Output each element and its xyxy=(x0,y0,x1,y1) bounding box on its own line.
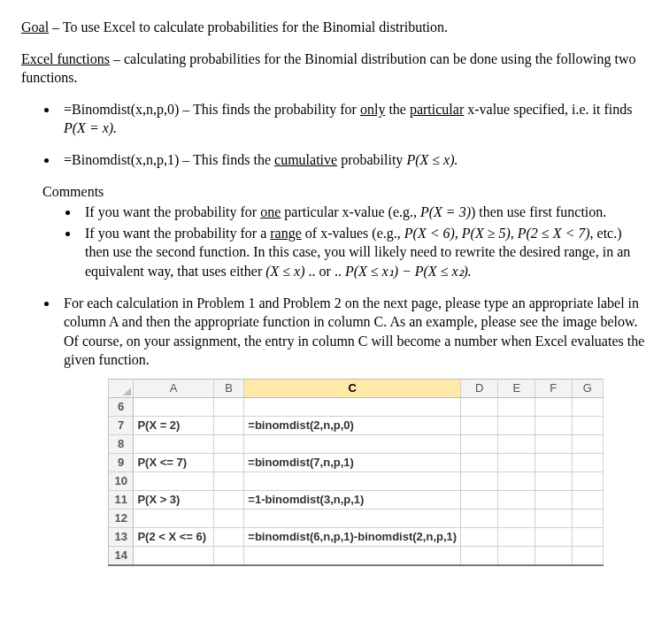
cell-C6[interactable] xyxy=(244,397,461,416)
table-row: 8 xyxy=(109,434,604,453)
column-header-row: ABCDEFG xyxy=(109,379,604,397)
cell-G9[interactable] xyxy=(572,453,604,472)
cell-G7[interactable] xyxy=(572,416,604,434)
table-row: 14 xyxy=(109,546,604,565)
cell-F6[interactable] xyxy=(535,397,572,416)
cell-G6[interactable] xyxy=(572,397,604,416)
row-header-9[interactable]: 9 xyxy=(109,453,134,472)
col-header-d[interactable]: D xyxy=(461,379,498,397)
cell-G12[interactable] xyxy=(572,509,604,527)
comment-item-range: If you want the probability for a range … xyxy=(80,224,648,281)
comments-heading: Comments xyxy=(42,182,648,202)
table-row: 7P(X = 2)=binomdist(2,n,p,0) xyxy=(109,416,604,434)
cell-B12[interactable] xyxy=(213,509,244,527)
cell-D6[interactable] xyxy=(461,397,498,416)
cell-C11[interactable]: =1-binomdist(3,n,p,1) xyxy=(244,490,461,509)
cell-B9[interactable] xyxy=(213,453,244,472)
row-header-11[interactable]: 11 xyxy=(109,490,134,509)
functions-text: – calculating probabilities for the Bino… xyxy=(21,51,636,86)
cell-B6[interactable] xyxy=(213,397,244,416)
select-all-corner[interactable] xyxy=(109,379,134,397)
cell-B13[interactable] xyxy=(213,527,244,546)
cell-D8[interactable] xyxy=(461,434,498,453)
col-header-f[interactable]: F xyxy=(535,379,572,397)
cell-E14[interactable] xyxy=(498,546,535,565)
functions-label: Excel functions xyxy=(21,51,110,66)
row-header-14[interactable]: 14 xyxy=(109,546,134,565)
cell-C10[interactable] xyxy=(244,472,461,490)
cell-C12[interactable] xyxy=(244,509,461,527)
row-header-6[interactable]: 6 xyxy=(109,397,134,416)
cell-E10[interactable] xyxy=(498,472,535,490)
cell-A14[interactable] xyxy=(134,546,213,565)
excel-screenshot: ABCDEFG 67P(X = 2)=binomdist(2,n,p,0)89P… xyxy=(108,379,604,566)
cell-A13[interactable]: P(2 < X <= 6) xyxy=(134,527,213,546)
cell-D13[interactable] xyxy=(461,527,498,546)
table-row: 6 xyxy=(109,397,604,416)
cell-E11[interactable] xyxy=(498,490,535,509)
row-header-7[interactable]: 7 xyxy=(109,416,134,434)
cell-D7[interactable] xyxy=(461,416,498,434)
cell-A9[interactable]: P(X <= 7) xyxy=(134,453,213,472)
col-header-a[interactable]: A xyxy=(134,379,213,397)
cell-B11[interactable] xyxy=(213,490,244,509)
cell-G13[interactable] xyxy=(572,527,604,546)
cell-G14[interactable] xyxy=(572,546,604,565)
cell-F13[interactable] xyxy=(535,527,572,546)
table-row: 9P(X <= 7)=binomdist(7,n,p,1) xyxy=(109,453,604,472)
cell-A11[interactable]: P(X > 3) xyxy=(134,490,213,509)
cell-A12[interactable] xyxy=(134,509,213,527)
goal-label: Goal xyxy=(21,19,49,34)
cell-F11[interactable] xyxy=(535,490,572,509)
cell-E12[interactable] xyxy=(498,509,535,527)
cell-B8[interactable] xyxy=(213,434,244,453)
cell-D10[interactable] xyxy=(461,472,498,490)
cell-A10[interactable] xyxy=(134,472,213,490)
col-header-g[interactable]: G xyxy=(572,379,604,397)
col-header-c[interactable]: C xyxy=(244,379,461,397)
cell-E7[interactable] xyxy=(498,416,535,434)
cell-F9[interactable] xyxy=(535,453,572,472)
cell-A6[interactable] xyxy=(134,397,213,416)
cell-E9[interactable] xyxy=(498,453,535,472)
cell-G11[interactable] xyxy=(572,490,604,509)
functions-intro: Excel functions – calculating probabilit… xyxy=(21,50,648,88)
comments-list: If you want the probability for one part… xyxy=(21,203,648,280)
cell-C8[interactable] xyxy=(244,434,461,453)
cell-C7[interactable]: =binomdist(2,n,p,0) xyxy=(244,416,461,434)
cell-D11[interactable] xyxy=(461,490,498,509)
goal-text: – To use Excel to calculate probabilitie… xyxy=(49,19,448,34)
cell-C13[interactable]: =binomdist(6,n,p,1)-binomdist(2,n,p,1) xyxy=(244,527,461,546)
table-row: 11P(X > 3)=1-binomdist(3,n,p,1) xyxy=(109,490,604,509)
row-header-13[interactable]: 13 xyxy=(109,527,134,546)
cell-F7[interactable] xyxy=(535,416,572,434)
col-header-e[interactable]: E xyxy=(498,379,535,397)
cell-D9[interactable] xyxy=(461,453,498,472)
cell-F10[interactable] xyxy=(535,472,572,490)
cell-A8[interactable] xyxy=(134,434,213,453)
cell-B7[interactable] xyxy=(213,416,244,434)
cell-B10[interactable] xyxy=(213,472,244,490)
cell-E13[interactable] xyxy=(498,527,535,546)
table-row: 12 xyxy=(109,509,604,527)
row-header-10[interactable]: 10 xyxy=(109,472,134,490)
cell-D14[interactable] xyxy=(461,546,498,565)
spreadsheet-body: 67P(X = 2)=binomdist(2,n,p,0)89P(X <= 7)… xyxy=(109,397,604,565)
function-item-cumulative: =Binomdist(x,n,p,1) – This finds the cum… xyxy=(58,150,648,170)
col-header-b[interactable]: B xyxy=(213,379,244,397)
cell-C9[interactable]: =binomdist(7,n,p,1) xyxy=(244,453,461,472)
cell-B14[interactable] xyxy=(213,546,244,565)
cell-F8[interactable] xyxy=(535,434,572,453)
cell-F14[interactable] xyxy=(535,546,572,565)
cell-F12[interactable] xyxy=(535,509,572,527)
function-item-exact: =Binomdist(x,n,p,0) – This finds the pro… xyxy=(58,100,648,138)
row-header-12[interactable]: 12 xyxy=(109,509,134,527)
cell-E6[interactable] xyxy=(498,397,535,416)
cell-G8[interactable] xyxy=(572,434,604,453)
cell-A7[interactable]: P(X = 2) xyxy=(134,416,213,434)
cell-D12[interactable] xyxy=(461,509,498,527)
row-header-8[interactable]: 8 xyxy=(109,434,134,453)
cell-C14[interactable] xyxy=(244,546,461,565)
cell-E8[interactable] xyxy=(498,434,535,453)
cell-G10[interactable] xyxy=(572,472,604,490)
